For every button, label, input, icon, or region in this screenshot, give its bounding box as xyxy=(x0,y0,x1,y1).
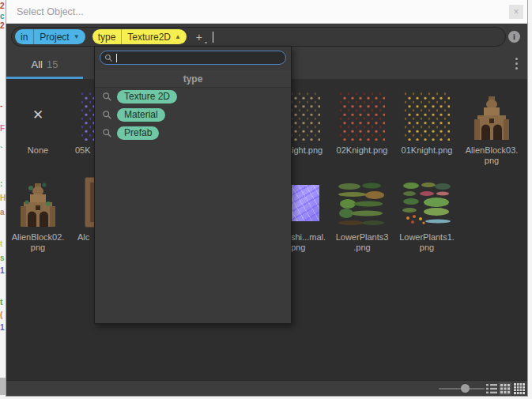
close-icon: × xyxy=(513,6,519,17)
background-scrollbar-fragment xyxy=(0,378,6,395)
info-icon[interactable]: i xyxy=(508,31,520,43)
type-pill: Texture 2D xyxy=(117,90,177,104)
list-view-icon xyxy=(486,384,497,393)
thumbnail-size-slider[interactable] xyxy=(439,388,485,390)
more-menu-icon[interactable] xyxy=(515,58,518,70)
type-pill: Material xyxy=(117,108,165,122)
plants-thumbnail xyxy=(402,182,452,228)
statue-thumbnail xyxy=(474,95,510,141)
tab-count-badge: 15 xyxy=(47,58,58,70)
add-filter-button[interactable]: + ▾ xyxy=(192,31,206,43)
filter-value-dropdown[interactable]: Project ▼ xyxy=(34,29,85,44)
text-cursor xyxy=(213,32,213,43)
grid-view-button[interactable] xyxy=(499,382,511,395)
chevron-up-icon: ▲ xyxy=(175,33,181,40)
plus-icon: + xyxy=(196,31,202,43)
dropdown-section-header: type xyxy=(95,70,291,88)
asset-item[interactable]: AlienBlock02.png xyxy=(5,175,71,253)
select-object-window: Select Object... × in Project ▼ type Tex… xyxy=(6,0,527,396)
title-bar: Select Object... × xyxy=(6,0,527,24)
sprite-sheet-thumbnail xyxy=(339,92,385,141)
filter-key: type xyxy=(92,29,122,44)
dropdown-item-prefab[interactable]: Prefab xyxy=(95,124,291,142)
type-pill: Prefab xyxy=(117,126,159,140)
filter-key: in xyxy=(15,29,33,44)
footer-bar xyxy=(6,380,527,396)
dropdown-item-material[interactable]: Material xyxy=(95,106,291,124)
tab-label: All xyxy=(32,58,43,70)
asset-item-none[interactable]: ✕ None xyxy=(5,84,71,156)
type-filter-dropdown: type Texture 2D Material Prefab xyxy=(94,46,292,324)
window-title: Select Object... xyxy=(17,6,84,17)
dense-grid-view-icon xyxy=(514,383,525,394)
asset-item[interactable]: LowerPlants1.png xyxy=(394,175,460,253)
asset-item[interactable]: AlienBlock03.png xyxy=(458,84,525,166)
sprite-sheet-thumbnail xyxy=(404,92,450,141)
filter-pill-in-project[interactable]: in Project ▼ xyxy=(15,29,85,44)
none-x-icon: ✕ xyxy=(32,107,43,123)
asset-item[interactable]: 02Knight.png xyxy=(329,84,395,156)
dense-grid-view-button[interactable] xyxy=(513,382,526,395)
dropdown-search-input[interactable] xyxy=(100,51,286,65)
search-icon xyxy=(104,54,113,62)
asset-item[interactable]: LowerPlants3.png xyxy=(329,175,395,253)
text-cursor xyxy=(116,54,117,62)
search-filter-field[interactable]: in Project ▼ type Texture2D ▲ + ▾ xyxy=(11,27,506,47)
chevron-down-icon: ▼ xyxy=(74,33,80,40)
search-icon xyxy=(102,92,112,102)
dropdown-item-texture2d[interactable]: Texture 2D xyxy=(95,88,291,106)
tab-all[interactable]: All 15 xyxy=(6,50,83,79)
search-icon xyxy=(102,128,112,138)
search-icon xyxy=(102,110,112,120)
grid-view-icon xyxy=(500,384,510,393)
close-button[interactable]: × xyxy=(509,5,523,19)
plants-thumbnail xyxy=(337,182,387,228)
list-view-button[interactable] xyxy=(485,382,498,395)
filter-pill-type-texture2d[interactable]: type Texture2D ▲ xyxy=(92,29,187,44)
statue-mossy-thumbnail xyxy=(20,180,56,228)
slider-handle[interactable] xyxy=(461,384,470,393)
filter-value-dropdown[interactable]: Texture2D ▲ xyxy=(122,29,187,44)
chevron-down-icon: ▾ xyxy=(205,40,207,45)
asset-item[interactable]: 01Knight.png xyxy=(394,84,460,156)
